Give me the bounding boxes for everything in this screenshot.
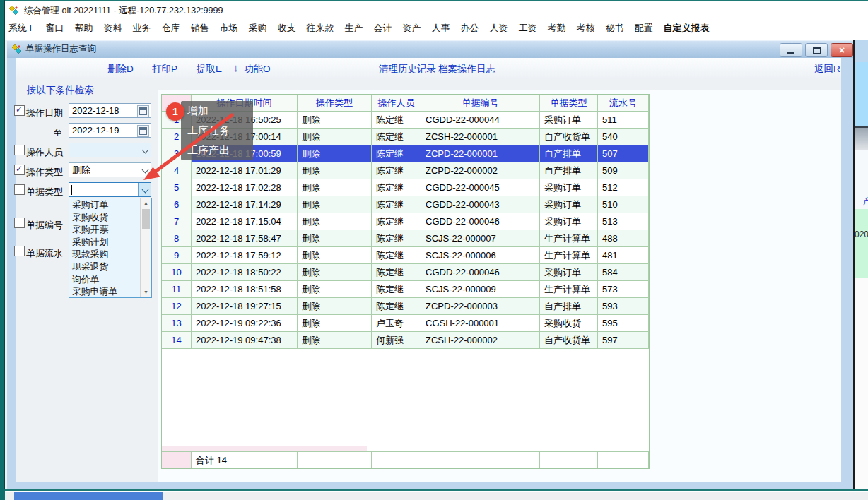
menu-item[interactable]: 系统 F xyxy=(8,22,35,35)
table-cell: 陈定继 xyxy=(372,247,421,264)
table-row[interactable]: 122022-12-18 19:27:15删除陈定继ZCPD-22-000003… xyxy=(162,298,649,315)
dropdown-option[interactable]: 采购订单 xyxy=(69,198,140,211)
table-cell: 2022-12-18 17:01:29 xyxy=(192,162,298,179)
column-header[interactable]: 单据编号 xyxy=(421,95,540,112)
window-title: 单据操作日志查询 xyxy=(25,43,96,55)
menu-item[interactable]: 市场 xyxy=(220,22,238,35)
scroll-down-icon[interactable]: ▼ xyxy=(141,287,151,297)
dropdown-option[interactable]: 采购计划 xyxy=(69,236,140,249)
restore-button[interactable] xyxy=(805,43,828,57)
menu-item[interactable]: 秘书 xyxy=(606,22,624,35)
menu-item[interactable]: 销售 xyxy=(191,22,209,35)
menu-item[interactable]: 配置 xyxy=(635,22,653,35)
extract-button[interactable]: 提取E xyxy=(197,63,222,76)
column-header[interactable]: 操作人员 xyxy=(372,95,421,112)
taskbar-item[interactable] xyxy=(14,492,163,500)
tooltip-line: 增加 xyxy=(187,101,253,121)
scroll-up-icon[interactable]: ▲ xyxy=(141,198,151,208)
print-button[interactable]: 打印P xyxy=(152,63,177,76)
calendar-icon[interactable] xyxy=(137,105,149,117)
menu-item[interactable]: 收支 xyxy=(278,22,296,35)
op-type-checkbox[interactable] xyxy=(14,165,25,175)
doc-serial-checkbox[interactable] xyxy=(14,246,25,256)
back-button[interactable]: 返回R xyxy=(814,63,840,76)
row-number-cell: 5 xyxy=(162,179,192,196)
doc-type-checkbox[interactable] xyxy=(14,184,25,195)
table-cell: 陈定继 xyxy=(372,281,421,298)
calendar-icon[interactable] xyxy=(137,125,149,137)
column-header[interactable]: 单据类型 xyxy=(540,95,598,112)
scrollbar-thumb[interactable] xyxy=(142,209,150,229)
table-cell: 卢玉奇 xyxy=(372,315,421,332)
dropdown-option[interactable]: 采购开票 xyxy=(69,223,140,236)
menu-item[interactable]: 人事 xyxy=(432,22,450,35)
table-cell: 删除 xyxy=(298,264,372,281)
menu-item[interactable]: 往来款 xyxy=(307,22,334,35)
grid-footer-row: 合计 14 xyxy=(162,451,649,468)
menu-item[interactable]: 帮助 xyxy=(75,22,93,35)
operator-combo[interactable] xyxy=(69,143,151,157)
child-window-titlebar[interactable]: 单据操作日志查询 xyxy=(7,40,854,58)
menu-item[interactable]: 生产 xyxy=(345,22,363,35)
footer-cell xyxy=(421,451,540,468)
table-row[interactable]: 82022-12-18 17:58:47删除陈定继SCJS-22-000007生… xyxy=(162,230,649,247)
menu-item[interactable]: 人资 xyxy=(490,22,508,35)
doc-type-combo[interactable] xyxy=(69,182,151,197)
table-cell: CGDD-22-000046 xyxy=(421,213,540,230)
menu-item[interactable]: 资料 xyxy=(104,22,122,35)
op-type-combo[interactable]: 删除 xyxy=(69,162,151,177)
menu-item[interactable]: 考核 xyxy=(577,22,595,35)
operator-checkbox[interactable] xyxy=(14,145,25,155)
minimize-button[interactable] xyxy=(780,43,802,57)
peek-window-lower xyxy=(855,278,868,489)
menu-item[interactable]: 自定义报表 xyxy=(664,22,710,35)
menu-item[interactable]: 会计 xyxy=(374,22,392,35)
table-cell: 2022-12-18 18:50:22 xyxy=(192,264,298,281)
table-cell: CGSH-22-000001 xyxy=(421,315,540,332)
table-row[interactable]: 62022-12-18 17:14:29删除陈定继CGDD-22-000043采… xyxy=(162,196,649,213)
menu-item[interactable]: 仓库 xyxy=(162,22,180,35)
dropdown-option[interactable]: 采购申请单 xyxy=(69,285,140,298)
table-cell: CGDD-22-000046 xyxy=(421,264,540,281)
date-to-input[interactable]: 2022-12-19 xyxy=(69,123,151,138)
table-row[interactable]: 92022-12-18 17:59:12删除陈定继SCJS-22-000006生… xyxy=(162,247,649,264)
menu-item[interactable]: 窗口 xyxy=(46,22,64,35)
column-header[interactable]: 操作类型 xyxy=(298,95,372,112)
bottom-left-corner xyxy=(0,489,5,500)
doc-no-checkbox[interactable] xyxy=(14,218,25,228)
table-row[interactable]: 132022-12-19 09:22:36删除卢玉奇CGSH-22-000001… xyxy=(162,315,649,332)
doc-type-dropdown-button[interactable] xyxy=(138,183,151,196)
column-header[interactable]: 流水号 xyxy=(598,95,649,112)
table-row[interactable]: 142022-12-19 09:47:38删除何新强ZCSH-22-000002… xyxy=(162,332,649,349)
dropdown-option[interactable]: 现款采购 xyxy=(69,248,140,261)
table-row[interactable]: 102022-12-18 18:50:22删除陈定继CGDD-22-000046… xyxy=(162,264,649,281)
date-to-label: 至 xyxy=(45,126,62,139)
delete-button[interactable]: 删除D xyxy=(107,63,134,76)
search-panel-title: 按以下条件检索 xyxy=(27,84,94,97)
table-row[interactable]: 112022-12-18 18:51:58删除陈定继SCJS-22-000009… xyxy=(162,281,649,298)
date-from-input[interactable]: 2022-12-18 xyxy=(69,103,151,118)
close-button[interactable]: × xyxy=(831,43,853,57)
table-row[interactable]: 52022-12-18 17:02:28删除陈定继CGDD-22-000045采… xyxy=(162,179,649,196)
clear-history-button[interactable]: 清理历史记录 xyxy=(379,63,436,76)
date-checkbox[interactable] xyxy=(14,105,25,116)
table-cell: 2022-12-18 17:15:04 xyxy=(192,213,298,230)
row-number-cell: 14 xyxy=(162,332,192,349)
menu-item[interactable]: 资产 xyxy=(403,22,421,35)
table-cell: 陈定继 xyxy=(372,298,421,315)
function-button[interactable]: 功能O xyxy=(244,63,271,76)
menu-item[interactable]: 工资 xyxy=(519,22,537,35)
dropdown-option[interactable]: 现采退货 xyxy=(69,261,140,273)
menu-item[interactable]: 考勤 xyxy=(548,22,566,35)
table-row[interactable]: 72022-12-18 17:15:04删除陈定继CGDD-22-000046采… xyxy=(162,213,649,230)
dropdown-option[interactable]: 询价单 xyxy=(69,273,140,286)
table-row[interactable]: 42022-12-18 17:01:29删除陈定继ZCPD-22-000002自… xyxy=(162,162,649,179)
archive-log-button[interactable]: 档案操作日志 xyxy=(438,63,495,76)
menu-item[interactable]: 办公 xyxy=(461,22,479,35)
menu-item[interactable]: 采购 xyxy=(249,22,267,35)
table-cell: 删除 xyxy=(298,145,372,162)
table-cell: 593 xyxy=(598,298,649,315)
dropdown-option[interactable]: 采购收货 xyxy=(69,211,140,224)
dropdown-scrollbar[interactable]: ▲ ▼ xyxy=(140,198,151,297)
menu-item[interactable]: 业务 xyxy=(133,22,151,35)
